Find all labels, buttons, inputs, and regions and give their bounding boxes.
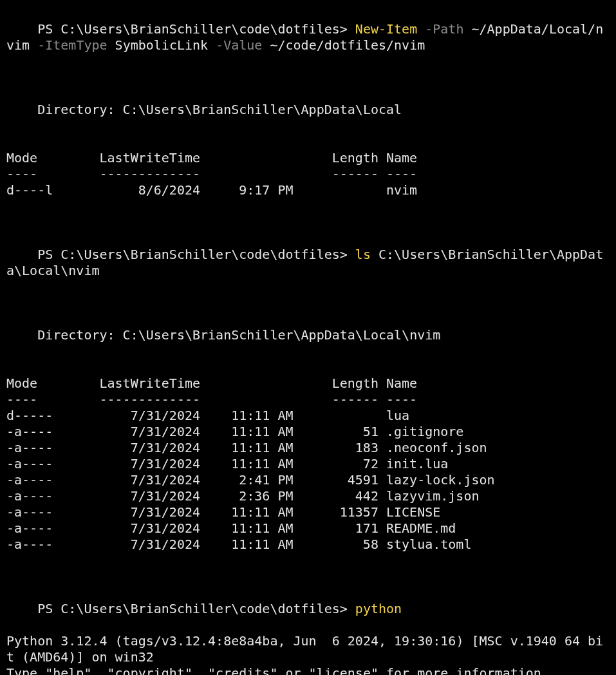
- col-name: Name: [386, 150, 610, 166]
- param-value: -Value: [208, 37, 270, 53]
- param-path: -Path: [417, 21, 471, 37]
- table-row: -a----7/31/202411:11 AM58stylua.toml: [6, 537, 610, 553]
- table-row: -a----7/31/202411:11 AM11357LICENSE: [6, 504, 610, 520]
- table-row: -a----7/31/20242:41 PM4591lazy-lock.json: [6, 472, 610, 488]
- table-row: -a----7/31/202411:11 AM171README.md: [6, 520, 610, 537]
- table-row: d-----7/31/202411:11 AMlua: [6, 408, 610, 424]
- cmd-python: python: [355, 601, 402, 616]
- table-row: -a----7/31/202411:11 AM51.gitignore: [6, 424, 610, 440]
- table-row: -a----7/31/202411:11 AM72init.lua: [6, 456, 610, 472]
- table-1-header: Mode LastWriteTime Length Name: [6, 150, 610, 166]
- ps-prompt: PS C:\Users\BrianSchiller\code\dotfiles>: [37, 247, 355, 262]
- directory-label-2: Directory: C:\Users\BrianSchiller\AppDat…: [6, 327, 610, 343]
- terminal[interactable]: PS C:\Users\BrianSchiller\code\dotfiles>…: [6, 5, 610, 675]
- directory-label-1: Directory: C:\Users\BrianSchiller\AppDat…: [6, 102, 610, 118]
- ps-prompt: PS C:\Users\BrianSchiller\code\dotfiles>: [37, 601, 355, 616]
- col-name: Name: [386, 376, 610, 392]
- value-target: ~/code/dotfiles/nvim: [270, 37, 425, 53]
- table-row: -a----7/31/20242:36 PM442lazyvim.json: [6, 488, 610, 504]
- cmd-ls: ls: [355, 247, 371, 262]
- cmdlet-newitem: New-Item: [355, 21, 417, 37]
- col-mode: Mode: [6, 376, 99, 392]
- table-2-sep: ---- ------------- ------ ----: [6, 392, 610, 408]
- col-length: Length: [301, 150, 386, 166]
- table-row: d----l8/6/20249:17 PMnvim: [6, 182, 610, 198]
- table-row: -a----7/31/202411:11 AM183.neoconf.json: [6, 440, 610, 456]
- command-line-1: PS C:\Users\BrianSchiller\code\dotfiles>…: [6, 5, 610, 70]
- python-help: Type "help", "copyright", "credits" or "…: [6, 665, 610, 675]
- col-mode: Mode: [6, 150, 99, 166]
- table-1-sep: ---- ------------- ------ ----: [6, 166, 610, 182]
- col-length: Length: [301, 376, 386, 392]
- command-line-3: PS C:\Users\BrianSchiller\code\dotfiles>…: [6, 585, 610, 633]
- value-itemtype: SymbolicLink: [115, 37, 209, 53]
- col-lwt: LastWriteTime: [99, 150, 216, 166]
- param-itemtype: -ItemType: [37, 37, 115, 53]
- command-line-2: PS C:\Users\BrianSchiller\code\dotfiles>…: [6, 231, 610, 295]
- ps-prompt: PS C:\Users\BrianSchiller\code\dotfiles>: [37, 21, 355, 37]
- table-2-header: Mode LastWriteTime Length Name: [6, 376, 610, 392]
- col-lwt: LastWriteTime: [99, 376, 216, 392]
- python-banner: Python 3.12.4 (tags/v3.12.4:8e8a4ba, Jun…: [6, 633, 610, 665]
